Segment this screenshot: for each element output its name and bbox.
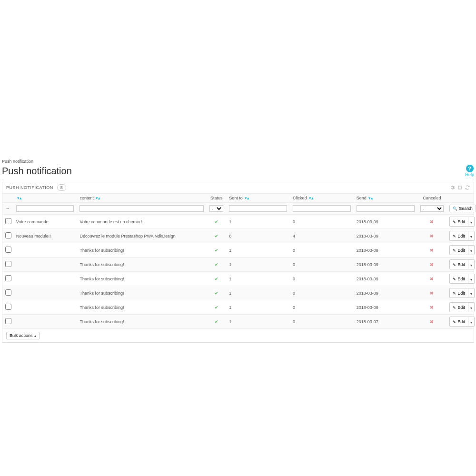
row-content: Thanks for subscribing! (77, 300, 207, 315)
edit-button[interactable]: Edit (449, 274, 468, 284)
notifications-panel: PUSH NOTIFICATION 8 ▾▴ content ▾▴ Status… (2, 182, 474, 343)
filter-content-input[interactable] (79, 205, 204, 212)
caret-down-icon (470, 261, 472, 268)
row-send: 2018-03-09 (354, 243, 417, 258)
row-title: Nouveau module!! (13, 229, 77, 243)
filter-send-input[interactable] (357, 205, 415, 212)
status-check-icon: ✔ (215, 234, 218, 238)
row-actions-dropdown[interactable] (468, 317, 475, 327)
row-checkbox[interactable] (5, 318, 11, 324)
row-checkbox[interactable] (5, 218, 11, 224)
row-clicked: 0 (290, 215, 354, 229)
sort-clicked[interactable]: ▾▴ (308, 196, 314, 200)
sort-sentto[interactable]: ▾▴ (244, 196, 249, 200)
status-check-icon: ✔ (215, 277, 218, 281)
row-clicked: 0 (290, 243, 354, 258)
caret-down-icon (470, 218, 472, 225)
breadcrumb: Push notification (2, 159, 474, 164)
edit-button[interactable]: Edit (449, 259, 468, 269)
filter-clicked-input[interactable] (293, 205, 351, 212)
filter-status-select[interactable]: - (209, 205, 223, 212)
row-checkbox[interactable] (5, 261, 11, 267)
row-send: 2018-03-09 (354, 229, 417, 243)
row-checkbox[interactable] (5, 304, 11, 310)
filter-canceled-select[interactable]: - (420, 205, 444, 212)
row-actions-dropdown[interactable] (468, 259, 475, 269)
col-status-label: Status (210, 196, 223, 200)
page-title: Push notification (2, 166, 72, 177)
sort-title[interactable]: ▾▴ (16, 196, 22, 200)
count-badge: 8 (57, 184, 66, 191)
status-check-icon: ✔ (215, 319, 218, 324)
row-sentto: 1 (226, 258, 290, 272)
edit-button[interactable]: Edit (449, 288, 468, 298)
row-send: 2018-03-09 (354, 286, 417, 300)
row-content: Découvrez le module Prestashop PWA NdkDe… (77, 229, 207, 243)
edit-button[interactable]: Edit (449, 231, 468, 241)
row-send: 2018-03-09 (354, 300, 417, 315)
table-row: Thanks for subscribing!✔102018-03-09✖ Ed… (2, 300, 474, 315)
table-row: Nouveau module!!Découvrez le module Pres… (2, 229, 474, 243)
settings-icon[interactable] (450, 185, 455, 190)
row-content: Thanks for subscribing! (77, 243, 207, 258)
header-row: ▾▴ content ▾▴ Status Sent to ▾▴ Clicked … (2, 194, 474, 203)
canceled-cross-icon: ✖ (430, 319, 434, 324)
col-send-label: Send (357, 196, 367, 200)
bulk-actions-button[interactable]: Bulk actions (6, 332, 40, 339)
row-checkbox[interactable] (5, 232, 11, 238)
search-button[interactable]: Search (449, 205, 476, 212)
row-title (13, 300, 77, 315)
pencil-icon (453, 248, 456, 253)
canceled-cross-icon: ✖ (430, 262, 434, 267)
row-actions-dropdown[interactable] (468, 231, 475, 241)
edit-button[interactable]: Edit (449, 302, 468, 312)
sort-send[interactable]: ▾▴ (367, 196, 373, 200)
status-check-icon: ✔ (215, 248, 218, 253)
row-actions-dropdown[interactable] (468, 302, 475, 312)
edit-button[interactable]: Edit (449, 217, 468, 227)
row-clicked: 0 (290, 286, 354, 300)
row-checkbox[interactable] (5, 247, 11, 253)
row-actions-dropdown[interactable] (468, 288, 475, 298)
row-clicked: 0 (290, 258, 354, 272)
caret-down-icon (470, 289, 472, 297)
row-title: Votre commande (13, 215, 77, 229)
row-sentto: 1 (226, 286, 290, 300)
help-button[interactable]: ? Help (465, 165, 474, 177)
edit-button[interactable]: Edit (449, 245, 468, 255)
search-icon (453, 206, 457, 211)
filter-sentto-input[interactable] (229, 205, 287, 212)
row-title (13, 243, 77, 258)
table-row: Thanks for subscribing!✔102018-03-09✖ Ed… (2, 258, 474, 272)
row-checkbox[interactable] (5, 275, 11, 281)
edit-button[interactable]: Edit (449, 317, 468, 327)
refresh-icon[interactable] (465, 185, 470, 190)
export-icon[interactable] (457, 185, 462, 190)
row-send: 2018-03-09 (354, 272, 417, 286)
sort-content[interactable]: ▾▴ (95, 196, 100, 200)
row-sentto: 1 (226, 300, 290, 315)
filter-sort-indicator: -- (6, 206, 9, 211)
row-actions-dropdown[interactable] (468, 217, 475, 227)
row-sentto: 1 (226, 243, 290, 258)
filter-title-input[interactable] (16, 205, 74, 212)
col-sentto-label: Sent to (229, 196, 243, 200)
row-content: Thanks for subscribing! (77, 272, 207, 286)
table-row: Thanks for subscribing!✔102018-03-09✖ Ed… (2, 243, 474, 258)
row-checkbox[interactable] (5, 289, 11, 296)
row-sentto: 1 (226, 215, 290, 229)
pencil-icon (453, 262, 456, 267)
row-content: Votre commande est en chemin ! (77, 215, 207, 229)
row-title (13, 286, 77, 300)
row-actions-dropdown[interactable] (468, 274, 475, 284)
row-content: Thanks for subscribing! (77, 258, 207, 272)
status-check-icon: ✔ (215, 262, 218, 267)
row-actions-dropdown[interactable] (468, 245, 475, 255)
status-check-icon: ✔ (215, 305, 218, 310)
table-row: Thanks for subscribing!✔102018-03-09✖ Ed… (2, 286, 474, 300)
row-send: 2018-03-09 (354, 258, 417, 272)
caret-down-icon (470, 232, 472, 239)
row-title (13, 272, 77, 286)
row-sentto: 1 (226, 272, 290, 286)
pencil-icon (453, 277, 456, 281)
